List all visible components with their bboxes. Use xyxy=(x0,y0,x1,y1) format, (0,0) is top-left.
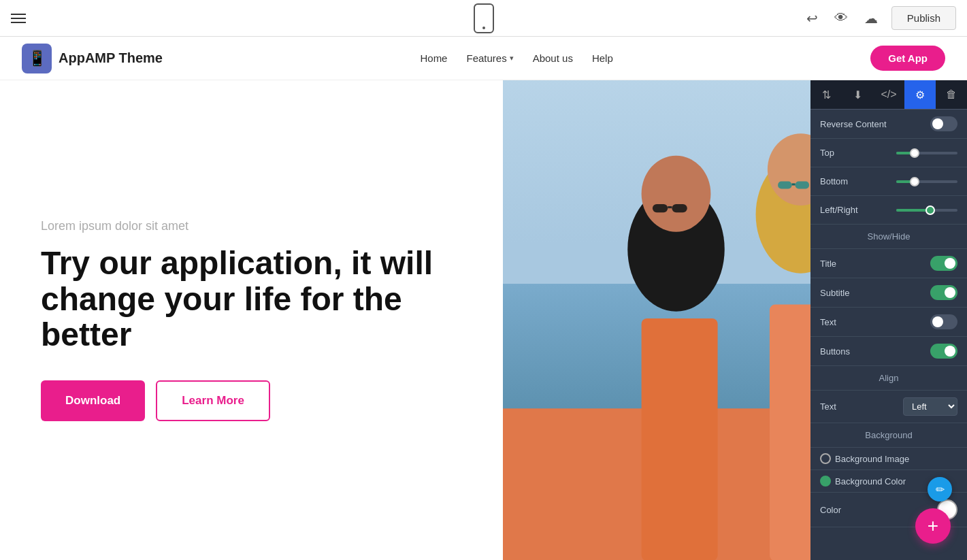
top-toolbar: ↩ 👁 ☁ Publish xyxy=(0,0,967,37)
publish-button[interactable]: Publish xyxy=(891,6,956,30)
subtitle-row: Subtitle xyxy=(810,278,967,308)
download-panel-icon[interactable]: ⬇ xyxy=(842,80,873,109)
title-row: Title xyxy=(810,249,967,278)
sort-icon[interactable]: ⇅ xyxy=(810,80,842,109)
top-row: Top xyxy=(810,139,967,167)
toolbar-right: ↩ 👁 ☁ Publish xyxy=(804,6,956,30)
text-toggle[interactable] xyxy=(930,314,957,329)
svg-rect-9 xyxy=(653,204,668,212)
svg-rect-13 xyxy=(796,181,809,188)
toolbar-center xyxy=(474,3,494,33)
align-section: Align xyxy=(810,366,967,391)
svg-rect-12 xyxy=(778,181,791,188)
mobile-icon-dot xyxy=(482,27,485,29)
buttons-row: Buttons xyxy=(810,337,967,366)
buttons-toggle[interactable] xyxy=(930,344,957,359)
text-row: Text xyxy=(810,308,967,337)
code-icon[interactable]: </> xyxy=(873,80,904,109)
svg-rect-10 xyxy=(672,204,687,212)
buttons-label: Buttons xyxy=(820,346,850,357)
panel-toolbar: ⇅ ⬇ </> ⚙ 🗑 xyxy=(810,80,967,110)
title-label: Title xyxy=(820,259,836,269)
subtitle-label: Subtitle xyxy=(820,288,849,298)
svg-rect-5 xyxy=(642,318,718,560)
bg-image-row: Background Image xyxy=(810,448,967,470)
reverse-content-label: Reverse Content xyxy=(820,119,887,129)
hero-left: Lorem ipsum dolor sit amet Try our appli… xyxy=(0,80,503,560)
subtitle-toggle[interactable] xyxy=(930,285,957,300)
hamburger-icon[interactable] xyxy=(11,14,26,23)
text-label: Text xyxy=(820,317,836,327)
svg-rect-11 xyxy=(668,206,672,208)
edit-fab-button[interactable]: ✏ xyxy=(928,477,952,501)
download-button[interactable]: Download xyxy=(41,380,145,421)
left-right-row: Left/Right xyxy=(810,196,967,225)
align-text-label: Text xyxy=(820,401,836,412)
nav-link-about[interactable]: About us xyxy=(533,52,573,64)
hero-buttons: Download Learn More xyxy=(41,380,462,421)
title-toggle[interactable] xyxy=(930,256,957,271)
reverse-content-toggle[interactable] xyxy=(930,116,957,131)
align-text-select[interactable]: Left Center Right xyxy=(903,397,957,416)
nav-link-home[interactable]: Home xyxy=(420,52,447,64)
color-label: Color xyxy=(820,505,841,515)
learn-more-button[interactable]: Learn More xyxy=(156,380,270,421)
left-right-label: Left/Right xyxy=(820,205,858,215)
cloud-upload-icon[interactable]: ☁ xyxy=(862,7,881,29)
bg-image-label: Background Image xyxy=(835,454,909,464)
hero-subtitle: Lorem ipsum dolor sit amet xyxy=(41,219,462,233)
logo-icon: 📱 xyxy=(22,44,52,73)
logo-text: AppAMP Theme xyxy=(59,50,163,66)
reverse-content-row: Reverse Content xyxy=(810,110,967,139)
nav-links: Home Features ▾ About us Help xyxy=(420,52,612,64)
nav-link-features[interactable]: Features ▾ xyxy=(466,52,513,64)
main-area: Lorem ipsum dolor sit amet Try our appli… xyxy=(0,80,967,560)
top-label: Top xyxy=(820,148,834,158)
show-hide-section: Show/Hide xyxy=(810,225,967,249)
chevron-down-icon: ▾ xyxy=(510,54,514,63)
align-text-row: Text Left Center Right xyxy=(810,391,967,423)
nav-link-help[interactable]: Help xyxy=(592,52,613,64)
bg-color-radio[interactable] xyxy=(820,476,831,487)
bg-color-label: Background Color xyxy=(835,476,906,487)
delete-icon[interactable]: 🗑 xyxy=(936,80,967,109)
left-right-slider[interactable] xyxy=(896,209,957,212)
features-label: Features xyxy=(466,52,506,64)
settings-icon[interactable]: ⚙ xyxy=(904,80,936,109)
undo-button[interactable]: ↩ xyxy=(804,7,821,29)
nav-logo: 📱 AppAMP Theme xyxy=(22,44,163,73)
hero-title: Try our application, it will change your… xyxy=(41,246,462,353)
add-fab-button[interactable]: + xyxy=(915,508,951,544)
eye-icon[interactable]: 👁 xyxy=(832,7,851,29)
mobile-view-icon[interactable] xyxy=(474,3,494,33)
nav-bar: 📱 AppAMP Theme Home Features ▾ About us … xyxy=(0,37,967,80)
bottom-slider[interactable] xyxy=(896,180,957,183)
bottom-label: Bottom xyxy=(820,176,848,186)
svg-point-4 xyxy=(642,156,711,232)
svg-rect-14 xyxy=(791,183,795,185)
bg-image-radio[interactable] xyxy=(820,453,831,464)
bottom-row: Bottom xyxy=(810,167,967,196)
get-app-button[interactable]: Get App xyxy=(870,46,945,71)
background-section: Background xyxy=(810,423,967,448)
toolbar-left xyxy=(11,14,26,23)
top-slider[interactable] xyxy=(896,152,957,154)
